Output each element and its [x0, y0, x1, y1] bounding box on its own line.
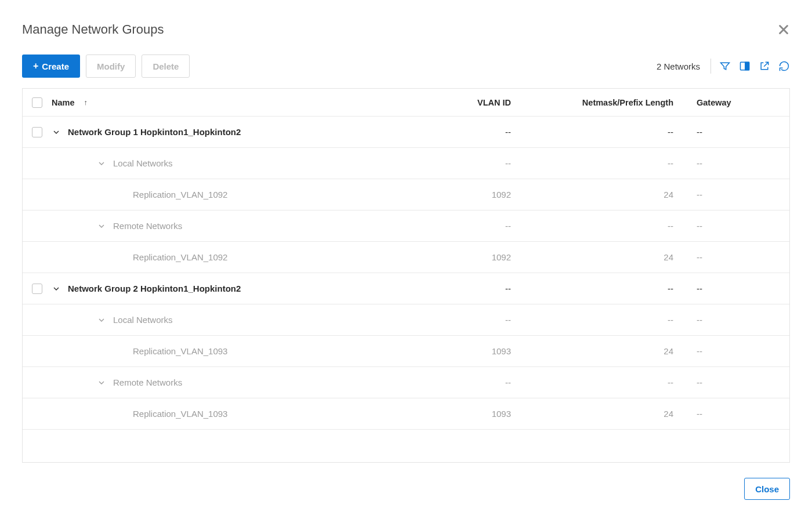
cell-vlan: -- — [407, 315, 523, 325]
cell-gateway: -- — [685, 377, 789, 387]
cell-netmask: -- — [523, 158, 685, 168]
modify-button: Modify — [86, 55, 136, 78]
section-label: Remote Networks — [113, 221, 182, 231]
filter-icon[interactable] — [719, 60, 731, 72]
chevron-down-icon[interactable] — [52, 128, 61, 137]
table-row[interactable]: Network Group 1 Hopkinton1_Hopkinton2 --… — [23, 117, 789, 148]
row-checkbox[interactable] — [32, 127, 42, 137]
close-button[interactable]: Close — [744, 478, 790, 500]
delete-button: Delete — [142, 55, 190, 78]
cell-vlan: 1092 — [407, 190, 523, 199]
sort-asc-icon: ↑ — [84, 98, 88, 107]
group-name: Network Group 1 Hopkinton1_Hopkinton2 — [68, 127, 241, 137]
plus-icon: + — [33, 61, 38, 71]
table-row[interactable]: Local Networks -- -- -- — [23, 148, 789, 179]
export-icon[interactable] — [759, 60, 770, 72]
cell-netmask: 24 — [523, 409, 685, 419]
cell-vlan: 1093 — [407, 346, 523, 356]
cell-gateway: -- — [685, 158, 789, 168]
cell-gateway: -- — [685, 127, 789, 137]
select-all-checkbox[interactable] — [32, 97, 42, 108]
cell-vlan: -- — [407, 284, 523, 293]
cell-gateway: -- — [685, 252, 789, 262]
table-row[interactable]: Replication_VLAN_1093 1093 24 -- — [23, 398, 789, 430]
svg-rect-3 — [745, 62, 749, 70]
cell-gateway: -- — [685, 315, 789, 325]
section-label: Local Networks — [113, 315, 173, 325]
chevron-down-icon[interactable] — [52, 284, 61, 293]
column-header-netmask[interactable]: Netmask/Prefix Length — [523, 98, 685, 107]
network-name: Replication_VLAN_1093 — [133, 346, 227, 356]
table-row[interactable]: Remote Networks -- -- -- — [23, 367, 789, 398]
chevron-down-icon[interactable] — [97, 222, 106, 231]
cell-vlan: -- — [407, 158, 523, 168]
cell-gateway: -- — [685, 409, 789, 419]
column-header-name[interactable]: Name ↑ — [52, 98, 407, 107]
cell-vlan: 1092 — [407, 252, 523, 262]
table-row[interactable]: Remote Networks -- -- -- — [23, 210, 789, 242]
table-row[interactable]: Replication_VLAN_1092 1092 24 -- — [23, 179, 789, 210]
close-button-label: Close — [755, 484, 779, 494]
network-name: Replication_VLAN_1092 — [133, 252, 227, 262]
refresh-icon[interactable] — [778, 60, 790, 72]
table-row[interactable]: Network Group 2 Hopkinton1_Hopkinton2 --… — [23, 273, 789, 304]
cell-netmask: -- — [523, 221, 685, 231]
network-name: Replication_VLAN_1092 — [133, 190, 227, 199]
cell-gateway: -- — [685, 221, 789, 231]
cell-gateway: -- — [685, 346, 789, 356]
cell-netmask: -- — [523, 315, 685, 325]
chevron-down-icon[interactable] — [97, 315, 106, 325]
cell-vlan: -- — [407, 221, 523, 231]
cell-gateway: -- — [685, 284, 789, 293]
column-header-gateway[interactable]: Gateway — [685, 98, 789, 107]
section-label: Local Networks — [113, 158, 173, 168]
create-button[interactable]: + Create — [22, 55, 80, 78]
group-name: Network Group 2 Hopkinton1_Hopkinton2 — [68, 284, 241, 293]
page-title: Manage Network Groups — [22, 22, 164, 37]
toolbar-divider — [710, 59, 711, 74]
section-label: Remote Networks — [113, 377, 182, 387]
table-row[interactable]: Local Networks -- -- -- — [23, 304, 789, 336]
network-name: Replication_VLAN_1093 — [133, 409, 227, 419]
table-row[interactable]: Replication_VLAN_1092 1092 24 -- — [23, 242, 789, 273]
cell-vlan: -- — [407, 377, 523, 387]
table-row[interactable]: Replication_VLAN_1093 1093 24 -- — [23, 336, 789, 367]
cell-netmask: -- — [523, 377, 685, 387]
cell-netmask: 24 — [523, 252, 685, 262]
chevron-down-icon[interactable] — [97, 159, 106, 168]
network-groups-table: Name ↑ VLAN ID Netmask/Prefix Length Gat… — [22, 88, 790, 463]
table-header-row: Name ↑ VLAN ID Netmask/Prefix Length Gat… — [23, 89, 789, 117]
networks-count: 2 Networks — [657, 61, 700, 71]
columns-icon[interactable] — [739, 60, 751, 72]
row-checkbox[interactable] — [32, 284, 42, 294]
close-icon[interactable] — [777, 23, 790, 36]
cell-netmask: -- — [523, 127, 685, 137]
table-empty-space — [23, 430, 789, 462]
create-button-label: Create — [42, 61, 69, 71]
cell-netmask: 24 — [523, 346, 685, 356]
column-header-vlan[interactable]: VLAN ID — [407, 98, 523, 107]
cell-netmask: -- — [523, 284, 685, 293]
modify-button-label: Modify — [97, 61, 125, 71]
delete-button-label: Delete — [153, 61, 179, 71]
chevron-down-icon[interactable] — [97, 378, 106, 387]
cell-gateway: -- — [685, 190, 789, 199]
cell-netmask: 24 — [523, 190, 685, 199]
cell-vlan: -- — [407, 127, 523, 137]
cell-vlan: 1093 — [407, 409, 523, 419]
